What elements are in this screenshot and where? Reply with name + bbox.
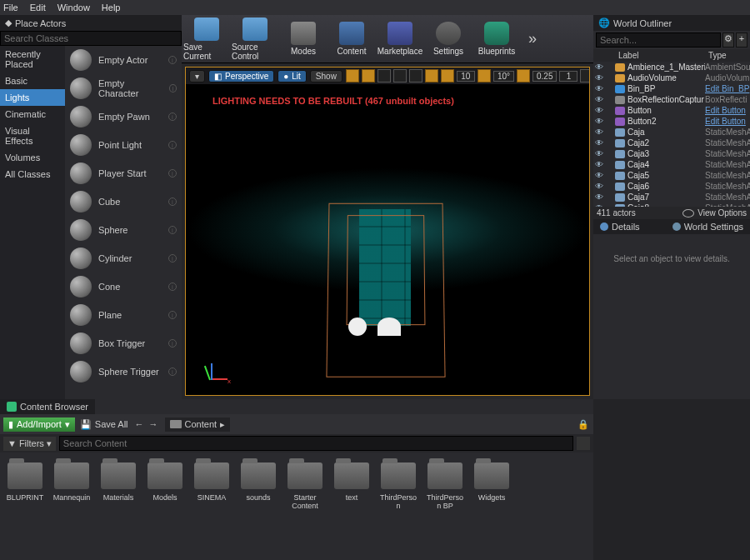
outliner-row[interactable]: 👁Ambience_1_MasteriAmbientSou [593, 62, 750, 72]
menu-edit[interactable]: Edit [30, 2, 46, 12]
menu-help[interactable]: Help [102, 2, 121, 12]
viewport-select-mode[interactable] [346, 69, 359, 82]
visibility-eye-icon[interactable]: 👁 [595, 182, 605, 191]
info-icon[interactable]: i [168, 112, 177, 121]
content-folder[interactable]: ThirdPerson [378, 462, 418, 511]
world-settings-tab[interactable]: World Settings [666, 219, 750, 234]
info-icon[interactable]: i [168, 339, 177, 348]
settings-toolbar-button[interactable]: Settings [425, 18, 472, 61]
market-toolbar-button[interactable]: Marketplace [377, 18, 423, 61]
outliner-row[interactable]: 👁Caja3StaticMeshA [593, 148, 750, 159]
filters-button[interactable]: ▼ Filters ▾ [3, 437, 56, 451]
place-actors-category[interactable]: Lights [0, 89, 65, 106]
outliner-row[interactable]: 👁Caja2StaticMeshA [593, 138, 750, 148]
info-icon[interactable]: i [169, 84, 177, 92]
info-icon[interactable]: i [168, 254, 177, 262]
history-fwd-button[interactable]: → [148, 419, 160, 429]
viewport-world-local[interactable] [409, 69, 422, 82]
visibility-eye-icon[interactable]: 👁 [595, 62, 605, 72]
outliner-row[interactable]: 👁Caja5StaticMeshA [593, 170, 750, 181]
place-actors-item[interactable]: Empty Characteri [65, 74, 182, 102]
viewport-angle-snap-toggle[interactable] [478, 69, 491, 82]
info-icon[interactable]: i [168, 282, 177, 291]
outliner-col-type[interactable]: Type [705, 49, 750, 62]
viewport-camera-speed[interactable]: 1 [559, 71, 578, 82]
place-actors-category[interactable]: All Classes [0, 166, 65, 182]
viewport-grid-snap-value[interactable]: 10 [457, 71, 475, 82]
world-outliner-add-button[interactable]: + [736, 32, 748, 48]
viewport-translate-mode[interactable] [362, 69, 375, 82]
save-toolbar-button[interactable]: Save Current [183, 18, 230, 61]
content-folder[interactable]: text [332, 462, 372, 502]
viewport-maximize-button[interactable] [580, 69, 590, 82]
place-actors-item[interactable]: Point Lighti [65, 131, 182, 159]
viewport-scale-snap-toggle[interactable] [517, 69, 530, 82]
visibility-eye-icon[interactable]: 👁 [595, 117, 605, 126]
outliner-row[interactable]: 👁AudioVolumeAudioVolum [593, 72, 750, 83]
viewport-grid-snap-toggle[interactable] [441, 69, 454, 82]
viewport-scale-snap-value[interactable]: 0.25 [532, 71, 557, 82]
world-outliner-options-button[interactable]: ⚙ [722, 32, 734, 48]
content-folder[interactable]: ThirdPerson BP [425, 462, 465, 511]
content-folder[interactable]: Widgets [472, 462, 512, 502]
place-actors-item[interactable]: Cylinderi [65, 244, 182, 272]
outliner-row[interactable]: 👁CajaStaticMeshA [593, 127, 750, 138]
content-folder[interactable]: BLUPRINT [5, 462, 45, 502]
visibility-eye-icon[interactable]: 👁 [595, 84, 605, 93]
place-actors-category[interactable]: Visual Effects [0, 122, 65, 149]
place-actors-search-input[interactable] [0, 31, 182, 46]
info-icon[interactable]: i [168, 141, 177, 149]
info-icon[interactable]: i [168, 368, 177, 376]
outliner-row[interactable]: 👁ButtonEdit Button [593, 105, 750, 116]
viewport-rotate-mode[interactable] [378, 69, 391, 82]
place-actors-item[interactable]: Sphere Triggeri [65, 358, 182, 386]
visibility-eye-icon[interactable]: 👁 [595, 106, 605, 115]
outliner-row[interactable]: 👁Bin_BPEdit Bin_BP [593, 83, 750, 94]
content-toolbar-button[interactable]: Content [328, 18, 375, 61]
save-all-button[interactable]: 💾 Save All [80, 419, 128, 430]
toolbar-overflow-button[interactable]: » [522, 18, 543, 61]
info-icon[interactable]: i [168, 198, 177, 206]
outliner-row[interactable]: 👁Caja4StaticMeshA [593, 159, 750, 170]
outliner-row[interactable]: 👁Caja6StaticMeshA [593, 181, 750, 192]
visibility-eye-icon[interactable]: 👁 [595, 171, 605, 180]
breadcrumb[interactable]: Content ▸ [165, 418, 231, 432]
viewport-surface-snap[interactable] [425, 69, 438, 82]
info-icon[interactable]: i [168, 226, 177, 234]
content-browser-lock-button[interactable]: 🔒 [577, 418, 590, 431]
place-actors-item[interactable]: Empty Pawni [65, 102, 182, 131]
place-actors-item[interactable]: Player Starti [65, 159, 182, 188]
info-icon[interactable]: i [168, 56, 177, 64]
visibility-eye-icon[interactable]: 👁 [595, 73, 605, 82]
visibility-eye-icon[interactable]: 👁 [595, 192, 605, 202]
modes-toolbar-button[interactable]: Modes [280, 18, 327, 61]
place-actors-item[interactable]: Box Triggeri [65, 329, 182, 358]
bp-toolbar-button[interactable]: Blueprints [473, 18, 520, 61]
content-folder[interactable]: Models [145, 462, 185, 502]
outliner-col-label[interactable]: Label [615, 49, 705, 62]
visibility-eye-icon[interactable]: 👁 [595, 95, 605, 104]
place-actors-category[interactable]: Volumes [0, 149, 65, 166]
content-folder[interactable]: sounds [238, 462, 278, 502]
details-tab[interactable]: Details [593, 219, 647, 234]
viewport-show-button[interactable]: Show [310, 70, 342, 82]
content-search-options-button[interactable] [577, 437, 590, 450]
info-icon[interactable]: i [168, 311, 177, 319]
outliner-row-type[interactable]: Edit Bin_BP [705, 84, 750, 93]
content-folder[interactable]: SINEMA [192, 462, 232, 502]
content-folder[interactable]: Mannequin [52, 462, 92, 502]
outliner-row-type[interactable]: Edit Button [705, 117, 750, 126]
outliner-view-options-button[interactable]: View Options [682, 208, 747, 218]
place-actors-category[interactable]: Basic [0, 72, 65, 89]
viewport-scale-mode[interactable] [393, 69, 407, 82]
content-folder[interactable]: Materials [98, 462, 138, 502]
viewport-perspective-button[interactable]: ◧ Perspective [208, 70, 274, 82]
viewport[interactable]: x ▾ ◧ Perspective ● Lit Show [185, 67, 590, 396]
content-search-input[interactable] [59, 436, 573, 451]
add-import-button[interactable]: ▮ Add/Import ▾ [3, 418, 75, 432]
visibility-eye-icon[interactable]: 👁 [595, 149, 605, 158]
outliner-row[interactable]: 👁BoxReflectionCapturBoxReflecti [593, 94, 750, 105]
scm-toolbar-button[interactable]: Source Control [232, 18, 278, 61]
content-browser-tab[interactable]: Content Browser [0, 399, 95, 414]
visibility-eye-icon[interactable]: 👁 [595, 128, 605, 137]
